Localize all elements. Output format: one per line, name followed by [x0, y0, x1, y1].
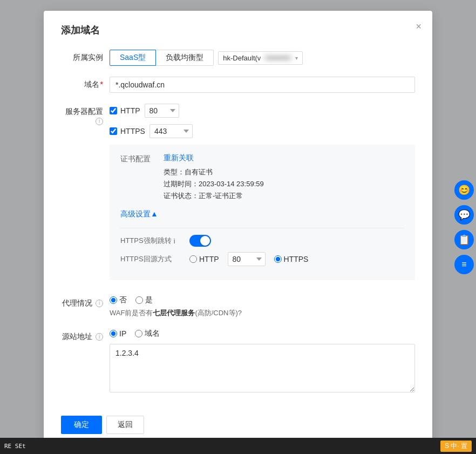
required-mark: *: [100, 80, 103, 89]
source-domain-option[interactable]: 域名: [135, 329, 160, 338]
proxy-yes-radio[interactable]: [135, 296, 143, 304]
http-port-select[interactable]: 80 8080: [145, 104, 179, 118]
domain-input[interactable]: [110, 77, 415, 93]
https-origin-radio[interactable]: [274, 255, 282, 263]
cert-config-box: 证书配置 重新关联 类型：自有证书 过期时间：2023-03-14 23:59:…: [110, 145, 415, 280]
http-checkbox[interactable]: [110, 107, 117, 114]
domain-label: 域名*: [61, 77, 110, 90]
side-buttons: 😊 💬 📋 ≡: [452, 178, 476, 276]
bottom-bar-text: RE SEt: [4, 443, 26, 450]
cert-config-label: 证书配置: [120, 153, 164, 164]
modal-overlay: 添加域名 × 所属实例 SaaS型 负载均衡型 hk-Default(v ■■■…: [0, 0, 476, 454]
https-redirect-label: HTTPS强制跳转 i: [120, 236, 185, 246]
https-redirect-toggle[interactable]: [189, 235, 211, 247]
instance-name-text: hk-Default(v: [223, 54, 261, 62]
http-origin-radio[interactable]: [189, 255, 197, 263]
modal-dialog: 添加域名 × 所属实例 SaaS型 负载均衡型 hk-Default(v ■■■…: [44, 11, 432, 447]
https-redirect-info-icon[interactable]: i: [174, 237, 175, 245]
proxy-no-option[interactable]: 否: [110, 295, 127, 305]
instance-label: 所属实例: [61, 50, 110, 63]
http-label: HTTP: [120, 106, 140, 115]
source-ip-option[interactable]: IP: [110, 329, 126, 338]
emoji-button[interactable]: 😊: [454, 180, 474, 200]
domain-row: 域名*: [61, 77, 415, 93]
instance-name-blurred: ■■■■■■: [263, 54, 293, 62]
cert-status-line: 证书状态：正常-证书正常: [164, 191, 404, 201]
https-origin-option[interactable]: HTTPS: [274, 255, 309, 263]
https-label: HTTPS: [120, 127, 145, 135]
watermark-badge: S 中· 置: [440, 441, 472, 452]
advanced-section: HTTPS强制跳转 i HTTPS回: [120, 228, 404, 266]
proxy-options: 否 是: [110, 295, 415, 305]
source-ip-radio[interactable]: [110, 330, 117, 337]
close-button[interactable]: ×: [416, 22, 421, 31]
instance-selector[interactable]: hk-Default(v ■■■■■■ ▾: [218, 51, 303, 65]
advanced-settings-toggle[interactable]: 高级设置▲: [120, 209, 158, 219]
https-checkbox[interactable]: [110, 127, 117, 135]
http-origin-port-select[interactable]: 80 8080: [228, 252, 266, 266]
instance-type-group: SaaS型 负载均衡型 hk-Default(v ■■■■■■ ▾: [110, 50, 415, 66]
source-address-content: IP 域名 1.2.3.4: [110, 329, 415, 394]
modal-title: 添加域名: [61, 24, 415, 37]
proxy-info-icon[interactable]: i: [96, 300, 103, 307]
domain-content: [110, 77, 415, 93]
cert-relink-button[interactable]: 重新关联: [164, 153, 194, 162]
cert-expire-line: 过期时间：2023-03-14 23:59:59: [164, 179, 404, 189]
instance-row: 所属实例 SaaS型 负载均衡型 hk-Default(v ■■■■■■ ▾: [61, 50, 415, 66]
cert-info: 重新关联 类型：自有证书 过期时间：2023-03-14 23:59:59 证书…: [164, 153, 404, 203]
proxy-yes-option[interactable]: 是: [135, 295, 153, 305]
server-config-label: 服务器配置 i: [61, 104, 110, 125]
source-type-options: IP 域名: [110, 329, 415, 338]
https-origin-options: HTTP 80 8080 HTTPS: [189, 252, 308, 266]
back-button[interactable]: 返回: [106, 416, 144, 434]
source-address-label: 源站地址 i: [61, 329, 110, 342]
proxy-label: 代理情况 i: [61, 295, 110, 308]
proxy-content: 否 是 WAF前是否有七层代理服务(高防/CDN等)?: [110, 295, 415, 318]
chat-button[interactable]: 💬: [454, 205, 474, 225]
confirm-button[interactable]: 确定: [61, 416, 102, 434]
footer-buttons: 确定 返回: [61, 407, 415, 434]
clipboard-button[interactable]: 📋: [454, 230, 474, 249]
source-domain-radio[interactable]: [135, 330, 142, 337]
https-origin-row: HTTPS回源方式 HTTP 80 8080: [120, 252, 404, 266]
cert-row: 证书配置 重新关联 类型：自有证书 过期时间：2023-03-14 23:59:…: [120, 153, 404, 203]
https-config-row: HTTPS 443 8443: [110, 124, 415, 138]
server-config-content: HTTP 80 8080 HTTPS 443 8443: [110, 104, 415, 284]
cert-type-line: 类型：自有证书: [164, 167, 404, 177]
https-checkbox-label[interactable]: HTTPS: [110, 127, 145, 135]
bottom-bar: RE SEt S 中· 置: [0, 438, 476, 454]
lb-type-button[interactable]: 负载均衡型: [156, 50, 214, 66]
toggle-thumb: [200, 236, 210, 246]
proxy-row: 代理情况 i 否 是 WAF前是否有七层代理服务(高防/CDN等)?: [61, 295, 415, 318]
source-address-row: 源站地址 i IP 域名 1.2.3.4: [61, 329, 415, 394]
source-address-info-icon[interactable]: i: [96, 333, 103, 341]
menu-button[interactable]: ≡: [454, 255, 474, 274]
https-origin-label: HTTPS回源方式: [120, 254, 185, 264]
source-address-textarea[interactable]: 1.2.3.4: [110, 344, 415, 392]
saas-type-button[interactable]: SaaS型: [110, 50, 156, 66]
http-config-row: HTTP 80 8080: [110, 104, 415, 118]
divider: [120, 228, 404, 228]
https-redirect-row: HTTPS强制跳转 i: [120, 235, 404, 247]
server-config-info-icon[interactable]: i: [96, 118, 103, 125]
server-config-row: 服务器配置 i HTTP 80 8080: [61, 104, 415, 284]
instance-content: SaaS型 负载均衡型 hk-Default(v ■■■■■■ ▾: [110, 50, 415, 66]
proxy-hint: WAF前是否有七层代理服务(高防/CDN等)?: [110, 308, 415, 318]
proxy-no-radio[interactable]: [110, 296, 117, 304]
https-port-select[interactable]: 443 8443: [149, 124, 193, 138]
instance-dropdown-arrow: ▾: [295, 55, 298, 61]
http-origin-option[interactable]: HTTP: [189, 255, 219, 263]
http-checkbox-label[interactable]: HTTP: [110, 106, 140, 115]
